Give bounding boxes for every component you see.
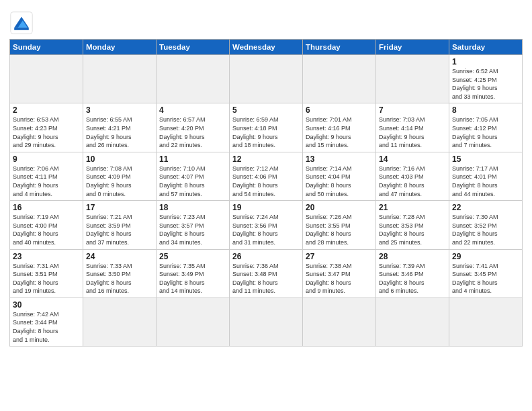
calendar-cell: 8Sunrise: 7:05 AMSunset: 4:12 PMDaylight… [449, 103, 523, 152]
day-number: 1 [452, 57, 519, 66]
day-info: Sunrise: 7:24 AMSunset: 3:56 PMDaylight:… [232, 213, 300, 246]
day-number: 29 [452, 252, 519, 261]
weekday-header-tuesday: Tuesday [157, 40, 230, 55]
calendar-cell [157, 55, 230, 103]
calendar-cell: 19Sunrise: 7:24 AMSunset: 3:56 PMDayligh… [230, 201, 303, 249]
day-info: Sunrise: 7:08 AMSunset: 4:09 PMDaylight:… [86, 165, 153, 198]
day-number: 19 [232, 203, 300, 212]
day-info: Sunrise: 7:01 AMSunset: 4:16 PMDaylight:… [306, 116, 373, 149]
calendar-week-3: 16Sunrise: 7:19 AMSunset: 4:00 PMDayligh… [10, 201, 523, 249]
calendar-cell [376, 55, 449, 103]
day-info: Sunrise: 7:28 AMSunset: 3:53 PMDaylight:… [379, 213, 446, 246]
calendar-cell: 18Sunrise: 7:23 AMSunset: 3:57 PMDayligh… [157, 201, 230, 249]
page: SundayMondayTuesdayWednesdayThursdayFrid… [0, 0, 532, 411]
calendar-cell: 30Sunrise: 7:42 AMSunset: 3:44 PMDayligh… [10, 298, 83, 346]
calendar-cell [449, 298, 523, 346]
day-number: 4 [159, 105, 226, 115]
day-number: 13 [306, 154, 373, 164]
header [9, 7, 523, 35]
calendar-week-2: 9Sunrise: 7:06 AMSunset: 4:11 PMDaylight… [10, 152, 523, 200]
weekday-header-monday: Monday [83, 40, 157, 55]
calendar-cell: 4Sunrise: 6:57 AMSunset: 4:20 PMDaylight… [157, 103, 230, 152]
calendar-cell: 10Sunrise: 7:08 AMSunset: 4:09 PMDayligh… [83, 152, 157, 200]
calendar-cell: 28Sunrise: 7:39 AMSunset: 3:46 PMDayligh… [376, 249, 449, 298]
day-number: 12 [232, 154, 300, 164]
calendar-cell: 12Sunrise: 7:12 AMSunset: 4:06 PMDayligh… [230, 152, 303, 200]
day-number: 26 [232, 252, 300, 261]
day-info: Sunrise: 7:10 AMSunset: 4:07 PMDaylight:… [159, 165, 226, 198]
day-info: Sunrise: 6:57 AMSunset: 4:20 PMDaylight:… [159, 116, 226, 149]
calendar-cell: 13Sunrise: 7:14 AMSunset: 4:04 PMDayligh… [303, 152, 376, 200]
calendar-cell [157, 298, 230, 346]
calendar-cell [230, 55, 303, 103]
calendar-cell [303, 55, 376, 103]
calendar-table: SundayMondayTuesdayWednesdayThursdayFrid… [9, 39, 523, 347]
weekday-header-saturday: Saturday [449, 40, 523, 55]
calendar-cell: 29Sunrise: 7:41 AMSunset: 3:45 PMDayligh… [449, 249, 523, 298]
day-info: Sunrise: 7:23 AMSunset: 3:57 PMDaylight:… [159, 213, 226, 246]
day-info: Sunrise: 7:39 AMSunset: 3:46 PMDaylight:… [379, 262, 446, 295]
day-info: Sunrise: 7:36 AMSunset: 3:48 PMDaylight:… [232, 262, 300, 295]
weekday-header-friday: Friday [376, 40, 449, 55]
calendar-cell: 21Sunrise: 7:28 AMSunset: 3:53 PMDayligh… [376, 201, 449, 249]
day-number: 7 [379, 105, 446, 115]
day-info: Sunrise: 7:42 AMSunset: 3:44 PMDaylight:… [13, 310, 80, 344]
calendar-header: SundayMondayTuesdayWednesdayThursdayFrid… [10, 40, 523, 55]
day-info: Sunrise: 7:16 AMSunset: 4:03 PMDaylight:… [379, 165, 446, 198]
calendar-cell: 5Sunrise: 6:59 AMSunset: 4:18 PMDaylight… [230, 103, 303, 152]
calendar-week-1: 2Sunrise: 6:53 AMSunset: 4:23 PMDaylight… [10, 103, 523, 152]
calendar-cell: 16Sunrise: 7:19 AMSunset: 4:00 PMDayligh… [10, 201, 83, 249]
day-info: Sunrise: 7:35 AMSunset: 3:49 PMDaylight:… [159, 262, 226, 295]
day-info: Sunrise: 7:31 AMSunset: 3:51 PMDaylight:… [13, 262, 80, 295]
calendar-cell [83, 55, 157, 103]
day-info: Sunrise: 7:41 AMSunset: 3:45 PMDaylight:… [452, 262, 519, 295]
calendar-week-0: 1Sunrise: 6:52 AMSunset: 4:25 PMDaylight… [10, 55, 523, 103]
day-number: 30 [13, 300, 80, 310]
day-number: 10 [86, 154, 153, 164]
logo-icon [9, 11, 34, 35]
calendar-cell: 14Sunrise: 7:16 AMSunset: 4:03 PMDayligh… [376, 152, 449, 200]
day-info: Sunrise: 6:53 AMSunset: 4:23 PMDaylight:… [13, 116, 80, 149]
day-number: 5 [232, 105, 300, 115]
calendar-week-4: 23Sunrise: 7:31 AMSunset: 3:51 PMDayligh… [10, 249, 523, 298]
calendar-cell: 7Sunrise: 7:03 AMSunset: 4:14 PMDaylight… [376, 103, 449, 152]
weekday-header-thursday: Thursday [303, 40, 376, 55]
day-info: Sunrise: 7:14 AMSunset: 4:04 PMDaylight:… [306, 165, 373, 198]
calendar-cell: 2Sunrise: 6:53 AMSunset: 4:23 PMDaylight… [10, 103, 83, 152]
calendar-cell: 27Sunrise: 7:38 AMSunset: 3:47 PMDayligh… [303, 249, 376, 298]
day-number: 11 [159, 154, 226, 164]
day-info: Sunrise: 7:03 AMSunset: 4:14 PMDaylight:… [379, 116, 446, 149]
day-number: 9 [13, 154, 80, 164]
calendar-cell [10, 55, 83, 103]
day-number: 24 [86, 252, 153, 261]
day-info: Sunrise: 6:59 AMSunset: 4:18 PMDaylight:… [232, 116, 300, 149]
calendar-cell: 22Sunrise: 7:30 AMSunset: 3:52 PMDayligh… [449, 201, 523, 249]
calendar-cell: 17Sunrise: 7:21 AMSunset: 3:59 PMDayligh… [83, 201, 157, 249]
day-number: 17 [86, 203, 153, 212]
day-number: 23 [13, 252, 80, 261]
day-number: 16 [13, 203, 80, 212]
calendar-week-5: 30Sunrise: 7:42 AMSunset: 3:44 PMDayligh… [10, 298, 523, 346]
calendar-cell: 1Sunrise: 6:52 AMSunset: 4:25 PMDaylight… [449, 55, 523, 103]
day-info: Sunrise: 6:55 AMSunset: 4:21 PMDaylight:… [86, 116, 153, 149]
day-info: Sunrise: 7:12 AMSunset: 4:06 PMDaylight:… [232, 165, 300, 198]
svg-rect-3 [14, 28, 29, 30]
day-number: 2 [13, 105, 80, 115]
calendar-cell: 11Sunrise: 7:10 AMSunset: 4:07 PMDayligh… [157, 152, 230, 200]
calendar-cell: 23Sunrise: 7:31 AMSunset: 3:51 PMDayligh… [10, 249, 83, 298]
calendar-cell [83, 298, 157, 346]
day-number: 6 [306, 105, 373, 115]
calendar-body: 1Sunrise: 6:52 AMSunset: 4:25 PMDaylight… [10, 55, 523, 347]
day-info: Sunrise: 7:30 AMSunset: 3:52 PMDaylight:… [452, 213, 519, 246]
day-info: Sunrise: 6:52 AMSunset: 4:25 PMDaylight:… [452, 67, 519, 101]
calendar-cell: 20Sunrise: 7:26 AMSunset: 3:55 PMDayligh… [303, 201, 376, 249]
day-number: 22 [452, 203, 519, 212]
weekday-header-wednesday: Wednesday [230, 40, 303, 55]
calendar-cell: 15Sunrise: 7:17 AMSunset: 4:01 PMDayligh… [449, 152, 523, 200]
day-number: 8 [452, 105, 519, 115]
weekday-header-row: SundayMondayTuesdayWednesdayThursdayFrid… [10, 40, 523, 55]
day-info: Sunrise: 7:33 AMSunset: 3:50 PMDaylight:… [86, 262, 153, 295]
day-info: Sunrise: 7:19 AMSunset: 4:00 PMDaylight:… [13, 213, 80, 246]
calendar-cell: 25Sunrise: 7:35 AMSunset: 3:49 PMDayligh… [157, 249, 230, 298]
day-number: 3 [86, 105, 153, 115]
